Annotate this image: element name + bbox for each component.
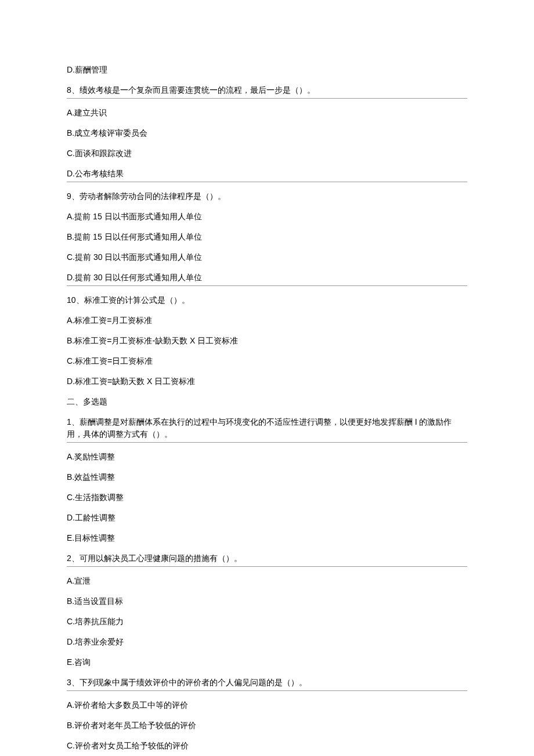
- question-text: 1、薪酬调整是对薪酬体系在执行的过程中与环境变化的不适应性进行调整，以便更好地发…: [67, 416, 467, 443]
- option-text: C.面谈和跟踪改进: [67, 147, 467, 160]
- option-text: A.宣泄: [67, 575, 467, 587]
- option-text: C.评价者对女员工给予较低的评价: [67, 740, 467, 752]
- option-text: B.适当设置目标: [67, 595, 467, 607]
- question-text: 8、绩效考核是一个复杂而且需要连贯统一的流程，最后一步是（）。: [67, 84, 467, 99]
- option-text: B.成立考核评审委员会: [67, 127, 467, 139]
- section-title: 二、多选题: [67, 396, 467, 408]
- option-text: C.培养抗压能力: [67, 616, 467, 628]
- option-text: C.生活指数调整: [67, 491, 467, 504]
- option-text: B.效益性调整: [67, 471, 467, 483]
- option-text: 10、标准工资的计算公式是（）。: [67, 294, 467, 306]
- option-text: C.提前 30 日以书面形式通知用人单位: [67, 251, 467, 263]
- option-text: A.奖励性调整: [67, 451, 467, 463]
- option-text: 9、劳动者解除劳动合同的法律程序是（）。: [67, 190, 467, 202]
- option-text: C.标准工资=日工资标准: [67, 355, 467, 367]
- option-text: A.标准工资=月工资标准: [67, 314, 467, 327]
- option-text: A.建立共识: [67, 107, 467, 119]
- option-text: D.标准工资=缺勤天数 X 日工资标准: [67, 375, 467, 388]
- question-text: 2、可用以解决员工心理健康问题的措施有（）。: [67, 552, 467, 567]
- option-text: A.评价者给大多数员工中等的评价: [67, 699, 467, 711]
- option-text: A.提前 15 日以书面形式通知用人单位: [67, 211, 467, 223]
- option-text: E.咨询: [67, 656, 467, 668]
- option-text: D.工龄性调整: [67, 512, 467, 524]
- option-text: E.目标性调整: [67, 532, 467, 544]
- option-text: B.提前 15 日以任何形式通知用人单位: [67, 231, 467, 243]
- option-text: B.评价者对老年员工给予较低的评价: [67, 719, 467, 732]
- option-text: D.培养业余爱好: [67, 636, 467, 648]
- option-text: B.标准工资=月工资标准-缺勤天数 X 日工资标准: [67, 335, 467, 347]
- document-content: D.薪酬管理8、绩效考核是一个复杂而且需要连贯统一的流程，最后一步是（）。A.建…: [67, 64, 467, 756]
- option-text: D.薪酬管理: [67, 64, 467, 76]
- question-text: 3、下列现象中属于绩效评价中的评价者的个人偏见问题的是（）。: [67, 677, 467, 691]
- question-text: D.提前 30 日以任何形式通知用人单位: [67, 272, 467, 286]
- question-text: D.公布考核结果: [67, 168, 467, 182]
